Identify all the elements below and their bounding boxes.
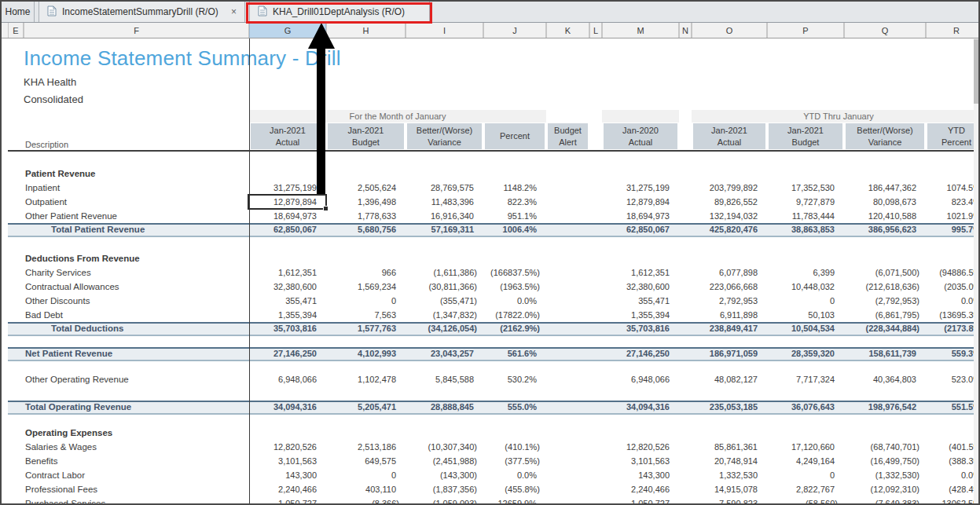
column-letter-N[interactable]: N (679, 23, 692, 38)
cell-G[interactable]: 35,703,816 (249, 324, 326, 338)
row-label[interactable]: Patient Revenue (25, 167, 95, 181)
cell-P[interactable]: 11,783,444 (767, 209, 844, 223)
cell-R[interactable]: (2035.0%) (926, 280, 980, 294)
cell-Q[interactable]: 40,364,803 (844, 372, 926, 386)
row-label[interactable]: Operating Expenses (25, 426, 112, 440)
cell-R[interactable]: (401.5%) (926, 440, 980, 454)
column-letter-L[interactable]: L (589, 23, 602, 38)
cell-H[interactable]: 1,577,763 (326, 324, 406, 338)
tab-income-statement-summary-drill[interactable]: IncomeStatementSummaryDrill (R/O) × (39, 2, 245, 22)
cell-P[interactable]: 9,727,879 (767, 195, 844, 209)
cell-O[interactable]: 2,792,953 (692, 294, 767, 308)
cell-J[interactable]: 0.0% (483, 294, 546, 308)
scrollbar-thumb[interactable] (974, 39, 978, 104)
cell-H[interactable]: (8,366) (326, 496, 406, 505)
cell-M[interactable]: 18,694,973 (602, 209, 679, 223)
cell-P[interactable]: 7,717,324 (767, 372, 844, 386)
cell-J[interactable]: (410.1%) (483, 440, 546, 454)
cell-R[interactable]: 0.0% (926, 294, 980, 308)
cell-R[interactable]: 1074.5% (926, 181, 980, 195)
cell-Q[interactable]: (6,861,795) (844, 308, 926, 322)
cell-P[interactable]: 50,103 (767, 308, 844, 322)
cell-R[interactable]: (388.3%) (926, 454, 980, 468)
cell-G[interactable]: 27,146,250 (249, 349, 326, 363)
cell-P[interactable]: 6,399 (767, 265, 844, 280)
cell-I[interactable]: 23,043,257 (406, 349, 483, 363)
cell-J[interactable]: (1963.5%) (483, 280, 546, 294)
cell-R[interactable]: 0.0% (926, 468, 980, 482)
cell-R[interactable]: (13695.3%) (926, 308, 980, 322)
cell-R[interactable]: (428.4%) (926, 482, 980, 496)
row-label[interactable]: Other Patient Revenue (25, 209, 117, 223)
row-label[interactable]: Net Patient Revenue (25, 349, 112, 359)
cell-J[interactable]: 1006.4% (483, 225, 546, 239)
cell-H[interactable]: 1,569,234 (326, 280, 406, 294)
cell-J[interactable]: (2162.9%) (483, 324, 546, 338)
cell-I[interactable]: (1,837,356) (406, 482, 483, 496)
cell-R[interactable]: 995.7% (926, 225, 980, 239)
cell-H[interactable]: 0 (326, 468, 406, 482)
cell-H[interactable]: 1,102,478 (326, 372, 406, 386)
cell-H[interactable]: 2,505,624 (326, 181, 406, 195)
cell-I[interactable]: 28,769,575 (406, 181, 483, 195)
row-label[interactable]: Other Discounts (25, 294, 90, 308)
cell-J[interactable]: 555.0% (483, 402, 546, 416)
cell-Q[interactable]: 386,956,623 (844, 225, 926, 239)
column-header-O[interactable]: Jan-2021Actual (693, 123, 765, 149)
cell-P[interactable]: 17,120,660 (767, 440, 844, 454)
column-letter-I[interactable]: I (406, 23, 483, 38)
cell-H[interactable]: 0 (326, 294, 406, 308)
cell-J[interactable]: 951.1% (483, 209, 546, 223)
cell-Q[interactable]: (6,071,500) (844, 265, 926, 280)
column-letter-J[interactable]: J (483, 23, 546, 38)
vertical-scrollbar[interactable] (974, 38, 978, 505)
column-letter-H[interactable]: H (326, 23, 406, 38)
cell-Q[interactable]: (68,740,701) (844, 440, 926, 454)
cell-G[interactable]: 62,850,067 (249, 225, 326, 239)
column-header-J[interactable]: Percent (485, 123, 545, 149)
cell-Q[interactable]: 158,611,739 (844, 349, 926, 363)
cell-M[interactable]: 31,275,199 (602, 181, 679, 195)
cell-Q[interactable]: 198,976,542 (844, 402, 926, 416)
cell-R[interactable]: 559.3% (926, 349, 980, 363)
cell-P[interactable]: 10,504,534 (767, 324, 844, 338)
cell-O[interactable]: 89,826,552 (692, 195, 767, 209)
row-label[interactable]: Other Operating Revenue (25, 372, 129, 386)
cell-I[interactable]: 57,169,311 (406, 225, 483, 239)
cell-J[interactable]: (377.5%) (483, 454, 546, 468)
row-label[interactable]: Contractual Allowances (25, 280, 119, 294)
cell-M[interactable]: 62,850,067 (602, 225, 679, 239)
column-header-G[interactable]: Jan-2021Actual (251, 123, 325, 149)
row-label[interactable]: Benefits (25, 454, 58, 468)
cell-P[interactable]: 28,359,320 (767, 349, 844, 363)
cell-G[interactable]: 2,240,466 (249, 482, 326, 496)
cell-R[interactable]: 13062.5% (926, 496, 980, 505)
cell-J[interactable]: (17822.0%) (483, 308, 546, 322)
cell-O[interactable]: 7,590,823 (692, 496, 767, 505)
cell-I[interactable]: (34,126,054) (406, 324, 483, 338)
cell-J[interactable]: 561.6% (483, 349, 546, 363)
cell-O[interactable]: 6,077,898 (692, 265, 767, 280)
cell-Q[interactable]: (212,618,636) (844, 280, 926, 294)
cell-I[interactable]: 16,916,340 (406, 209, 483, 223)
cell-R[interactable]: 523.0% (926, 372, 980, 386)
cell-Q[interactable]: (16,499,750) (844, 454, 926, 468)
close-icon[interactable]: × (222, 6, 237, 17)
cell-G[interactable]: 355,471 (249, 294, 326, 308)
cell-I[interactable]: (10,307,340) (406, 440, 483, 454)
cell-P[interactable]: 0 (767, 468, 844, 482)
cell-Q[interactable]: (1,332,530) (844, 468, 926, 482)
cell-G[interactable]: 31,275,199 (249, 181, 326, 195)
column-header-Q[interactable]: Better/(Worse)Variance (846, 123, 924, 149)
cell-I[interactable]: (355,471) (406, 294, 483, 308)
cell-Q[interactable]: (228,344,884) (844, 324, 926, 338)
cell-M[interactable]: 12,879,894 (602, 195, 679, 209)
cell-O[interactable]: 20,748,914 (692, 454, 767, 468)
row-label[interactable]: Total Operating Revenue (25, 402, 131, 412)
cell-M[interactable]: 6,948,066 (602, 372, 679, 386)
row-label[interactable]: Outpatient (25, 195, 67, 209)
row-label[interactable]: Salaries & Wages (25, 440, 97, 454)
cell-M[interactable]: 32,380,600 (602, 280, 679, 294)
cell-J[interactable]: 822.3% (483, 195, 546, 209)
cell-O[interactable]: 186,971,059 (692, 349, 767, 363)
